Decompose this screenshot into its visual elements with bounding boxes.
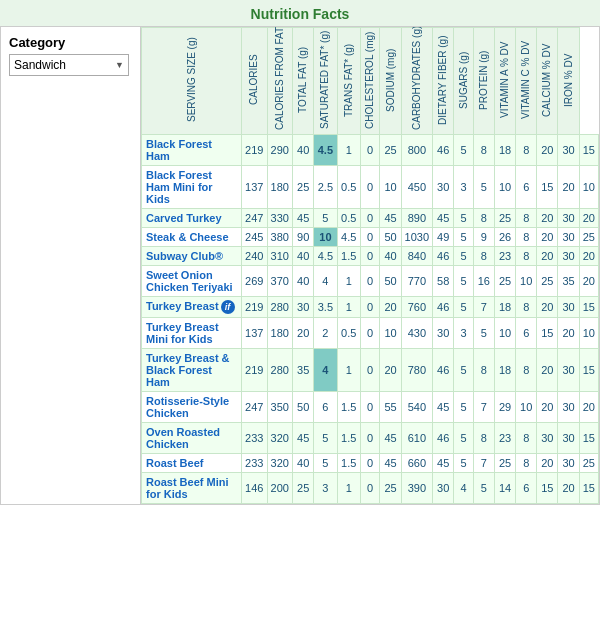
cell-r9-c10: 7 [473,392,494,423]
cell-r9-c1: 350 [267,392,293,423]
cell-r12-c4: 1 [337,473,360,504]
cell-r0-c2: 40 [293,135,314,166]
cell-r7-c11: 10 [494,318,515,349]
cell-r6-c5: 0 [360,297,380,318]
cell-r10-c6: 45 [380,423,401,454]
cell-r11-c11: 25 [494,454,515,473]
page-title: Nutrition Facts [0,0,600,26]
cell-r6-c4: 1 [337,297,360,318]
cell-r11-c5: 0 [360,454,380,473]
cell-r8-c0: 219 [242,349,268,392]
cell-r7-c14: 20 [558,318,579,349]
cell-r4-c3: 4.5 [314,247,337,266]
cell-r9-c12: 10 [516,392,537,423]
cell-r3-c4: 4.5 [337,228,360,247]
cell-r1-c4: 0.5 [337,166,360,209]
table-row: Oven Roasted Chicken2333204551.504561046… [142,423,599,454]
table-row: Black Forest Ham219290404.51025800465818… [142,135,599,166]
col-header-5: TRANS FAT* (g) [337,28,360,135]
cell-r3-c12: 8 [516,228,537,247]
cell-r2-c1: 330 [267,209,293,228]
cell-r8-c11: 18 [494,349,515,392]
cell-r3-c1: 380 [267,228,293,247]
cell-r12-c9: 4 [454,473,474,504]
cell-r2-c3: 5 [314,209,337,228]
cell-r12-c1: 200 [267,473,293,504]
cell-r11-c4: 1.5 [337,454,360,473]
table-row: Turkey Breast Mini for Kids1371802020.50… [142,318,599,349]
cell-r1-c0: 137 [242,166,268,209]
cell-r11-c14: 30 [558,454,579,473]
col-header-1: CALORIES [242,28,268,135]
cell-r7-c0: 137 [242,318,268,349]
cell-r1-c1: 180 [267,166,293,209]
cell-r8-c15: 15 [579,349,598,392]
col-header-9: DIETARY FIBER (g) [433,28,454,135]
col-header-15: IRON % DV [558,28,579,135]
cell-r5-c13: 25 [537,266,558,297]
cell-r7-c9: 3 [454,318,474,349]
cell-r10-c13: 30 [537,423,558,454]
cell-r2-c0: 247 [242,209,268,228]
cell-r9-c0: 247 [242,392,268,423]
category-select[interactable]: Sandwich [9,54,129,76]
nutrition-table: SERVING SIZE (g)CALORIESCALORIES FROM FA… [141,27,599,504]
cell-r11-c0: 233 [242,454,268,473]
cell-r9-c14: 30 [558,392,579,423]
cell-r7-c2: 20 [293,318,314,349]
cell-r8-c1: 280 [267,349,293,392]
cell-r5-c0: 269 [242,266,268,297]
cell-r4-c6: 40 [380,247,401,266]
cell-r2-c7: 890 [401,209,432,228]
cell-r4-c2: 40 [293,247,314,266]
cell-r3-c11: 26 [494,228,515,247]
cell-r5-c10: 16 [473,266,494,297]
cell-r5-c6: 50 [380,266,401,297]
table-row: Rotisserie-Style Chicken2473505061.50555… [142,392,599,423]
cell-r1-c15: 10 [579,166,598,209]
cell-r12-c6: 25 [380,473,401,504]
col-header-10: SUGARS (g) [454,28,474,135]
cell-r3-c15: 25 [579,228,598,247]
cell-r6-c14: 30 [558,297,579,318]
cell-r5-c15: 20 [579,266,598,297]
cell-r2-c15: 20 [579,209,598,228]
row-name: Steak & Cheese [142,228,242,247]
row-name: Turkey Breast Mini for Kids [142,318,242,349]
cell-r7-c6: 10 [380,318,401,349]
cell-r2-c4: 0.5 [337,209,360,228]
cell-r7-c3: 2 [314,318,337,349]
cell-r4-c15: 20 [579,247,598,266]
cell-r4-c5: 0 [360,247,380,266]
cell-r5-c3: 4 [314,266,337,297]
cell-r3-c0: 245 [242,228,268,247]
if-icon: if [221,300,235,314]
col-header-11: PROTEIN (g) [473,28,494,135]
cell-r12-c2: 25 [293,473,314,504]
cell-r7-c8: 30 [433,318,454,349]
cell-r5-c8: 58 [433,266,454,297]
cell-r2-c2: 45 [293,209,314,228]
cell-r2-c6: 45 [380,209,401,228]
cell-r6-c6: 20 [380,297,401,318]
cell-r5-c9: 5 [454,266,474,297]
col-header-3: TOTAL FAT (g) [293,28,314,135]
cell-r1-c9: 3 [454,166,474,209]
cell-r3-c14: 30 [558,228,579,247]
cell-r12-c10: 5 [473,473,494,504]
cell-r1-c14: 20 [558,166,579,209]
cell-r12-c8: 30 [433,473,454,504]
cell-r1-c12: 6 [516,166,537,209]
cell-r12-c13: 15 [537,473,558,504]
cell-r7-c7: 430 [401,318,432,349]
category-label: Category [9,35,132,50]
cell-r1-c3: 2.5 [314,166,337,209]
cell-r10-c9: 5 [454,423,474,454]
cell-r3-c2: 90 [293,228,314,247]
cell-r3-c8: 49 [433,228,454,247]
cell-r4-c4: 1.5 [337,247,360,266]
cell-r12-c15: 15 [579,473,598,504]
cell-r9-c2: 50 [293,392,314,423]
cell-r0-c8: 46 [433,135,454,166]
cell-r0-c3: 4.5 [314,135,337,166]
